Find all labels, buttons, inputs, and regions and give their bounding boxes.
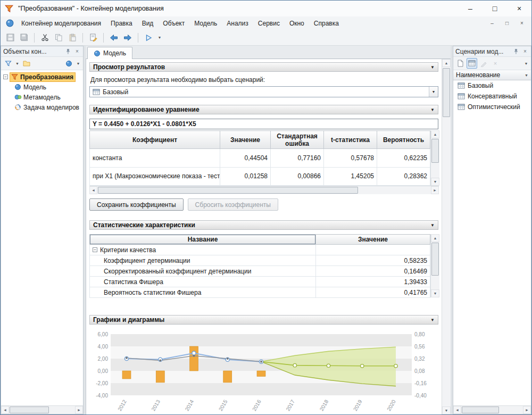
coef-col-header-2[interactable]: Значение: [220, 131, 271, 149]
menu-item-9[interactable]: Справка: [309, 18, 344, 29]
minimize-button[interactable]: –: [458, 1, 483, 16]
menu-item-7[interactable]: Сервис: [253, 18, 285, 29]
panel-close-icon[interactable]: ×: [73, 48, 81, 55]
section-header-equation[interactable]: Идентифицированное уравнение ▼: [89, 105, 438, 114]
folder-view-button[interactable]: [21, 58, 32, 69]
scroll-down-button[interactable]: ▼: [442, 406, 451, 414]
collapse-arrow-icon[interactable]: ▼: [430, 107, 435, 112]
objects-panel-hscrollbar[interactable]: ◄ ►: [1, 405, 83, 414]
save-button[interactable]: [4, 31, 16, 44]
save-coefficients-button[interactable]: Сохранить коэффициенты: [89, 198, 184, 211]
stats-table-row[interactable]: Статистика Фишера1,39433: [90, 277, 430, 287]
tree-item-transformations[interactable]: − Преобразования: [1, 72, 83, 82]
stats-col-header-1[interactable]: Название: [90, 235, 316, 245]
coef-col-header-1[interactable]: Коэффициент: [90, 131, 220, 149]
filter-button[interactable]: [3, 58, 13, 69]
tree-item-2[interactable]: Метамодель: [1, 92, 83, 102]
pin-icon[interactable]: [512, 48, 519, 55]
scenarios-list-header[interactable]: Наименование ▼: [453, 70, 531, 80]
stats-table-row[interactable]: Скорректированный коэффициент детерминац…: [90, 266, 430, 277]
stats-table-row[interactable]: Вероятность статистики Фишера0,41765: [90, 287, 430, 298]
delete-scenario-button[interactable]: ×: [490, 58, 501, 69]
tree-expander-icon[interactable]: −: [3, 74, 8, 79]
scenario-select[interactable]: Базовый ▼: [89, 86, 438, 97]
back-button[interactable]: [107, 31, 120, 44]
scroll-left-button[interactable]: ◄: [453, 406, 461, 414]
scroll-left-button[interactable]: ◄: [89, 186, 97, 194]
menu-item-3[interactable]: Вид: [137, 18, 159, 29]
collapse-arrow-icon[interactable]: ▼: [430, 223, 435, 228]
scroll-left-button[interactable]: ◄: [1, 406, 9, 414]
scroll-up-button[interactable]: ▲: [431, 234, 439, 242]
maximize-button[interactable]: □: [483, 1, 507, 16]
panel-close-icon[interactable]: ×: [521, 48, 529, 55]
edit-scenario-button[interactable]: [478, 58, 489, 69]
object-type-button[interactable]: [63, 58, 74, 69]
coefficients-table-vscrollbar[interactable]: ▲ ▼: [430, 130, 439, 186]
group-expander-icon[interactable]: −: [93, 247, 97, 252]
section-header-results[interactable]: Просмотр результатов ▼: [89, 62, 438, 72]
scenario-item-1[interactable]: Базовый: [453, 80, 531, 91]
scroll-right-button[interactable]: ►: [523, 406, 531, 414]
run-dropdown-button[interactable]: ▼: [156, 31, 163, 44]
mdi-close-button[interactable]: ×: [514, 18, 529, 29]
filter-dropdown-button[interactable]: ▼: [14, 58, 20, 69]
coef-col-header-5[interactable]: Вероятность: [377, 131, 430, 149]
scenario-list-view-button[interactable]: [467, 58, 477, 69]
menu-item-2[interactable]: Правка: [106, 18, 137, 29]
close-button[interactable]: ×: [507, 1, 531, 16]
cut-button[interactable]: [38, 31, 51, 44]
section-header-charts[interactable]: Графики и диаграммы ▼: [89, 315, 438, 325]
checkpoint-button[interactable]: [87, 31, 99, 44]
vscroll-thumb[interactable]: [431, 243, 439, 276]
section-header-stats[interactable]: Статистические характеристики ▼: [89, 220, 438, 230]
tree-item-3[interactable]: Задача моделиров: [1, 102, 83, 112]
scroll-up-button[interactable]: ▲: [431, 130, 439, 138]
new-scenario-button[interactable]: [455, 58, 466, 69]
coefficients-table-hscrollbar[interactable]: ◄ ►: [89, 186, 439, 194]
reset-coefficients-button[interactable]: Сбросить коэффициенты: [188, 198, 278, 211]
paste-button[interactable]: [66, 31, 79, 44]
scroll-down-button[interactable]: ▼: [431, 178, 439, 186]
tree-item-1[interactable]: Модель: [1, 82, 83, 92]
object-type-dropdown-button[interactable]: ▼: [75, 58, 81, 69]
coef-table-row[interactable]: при X1 (Макроэкономические показа - тест…: [90, 167, 430, 186]
coef-table-row[interactable]: константа0,445040,771600,576780,62235: [90, 149, 430, 168]
hscroll-thumb[interactable]: [98, 187, 358, 194]
mdi-minimize-button[interactable]: –: [485, 18, 500, 29]
menu-item-1[interactable]: Контейнер моделирования: [16, 18, 106, 29]
vscroll-thumb[interactable]: [443, 68, 450, 117]
menu-item-8[interactable]: Окно: [285, 18, 309, 29]
stats-table-vscrollbar[interactable]: ▲ ▼: [430, 234, 439, 297]
run-button[interactable]: [142, 31, 155, 44]
coef-col-header-3[interactable]: Стандартная ошибка: [271, 131, 324, 149]
menu-item-5[interactable]: Модель: [189, 18, 222, 29]
scenarios-panel-hscrollbar[interactable]: ◄ ►: [453, 405, 531, 414]
copy-button[interactable]: [52, 31, 65, 44]
menu-item-4[interactable]: Объект: [158, 18, 189, 29]
mdi-restore-button[interactable]: □: [500, 18, 514, 29]
coef-col-header-4[interactable]: t-статистика: [324, 131, 377, 149]
scenario-item-2[interactable]: Консервативный: [453, 91, 531, 102]
stats-col-header-2[interactable]: Значение: [316, 235, 430, 245]
scenario-item-3[interactable]: Оптимистический: [453, 102, 531, 112]
scroll-up-button[interactable]: ▲: [442, 59, 451, 67]
hscroll-thumb[interactable]: [462, 406, 499, 413]
hscroll-thumb[interactable]: [10, 406, 49, 413]
scroll-right-button[interactable]: ►: [75, 406, 83, 414]
scenarios-more-button[interactable]: ▼: [523, 58, 529, 69]
stats-table-row[interactable]: Коэффициент детерминации0,58235: [90, 255, 430, 266]
scenarios-filter-icon[interactable]: ▼: [525, 73, 528, 77]
vscroll-thumb[interactable]: [431, 139, 439, 163]
tab-model[interactable]: Модель: [87, 47, 132, 59]
forward-button[interactable]: [121, 31, 134, 44]
content-vscrollbar[interactable]: ▲ ▼: [442, 59, 451, 414]
collapse-arrow-icon[interactable]: ▼: [430, 65, 435, 70]
scenario-dropdown-button[interactable]: ▼: [429, 87, 438, 97]
menu-item-6[interactable]: Анализ: [222, 18, 253, 29]
app-menu-button[interactable]: [3, 18, 16, 29]
save-all-button[interactable]: [18, 31, 30, 44]
stats-group-row[interactable]: −Критерии качества: [90, 245, 430, 255]
scroll-right-button[interactable]: ►: [431, 186, 439, 194]
collapse-arrow-icon[interactable]: ▼: [430, 318, 435, 322]
